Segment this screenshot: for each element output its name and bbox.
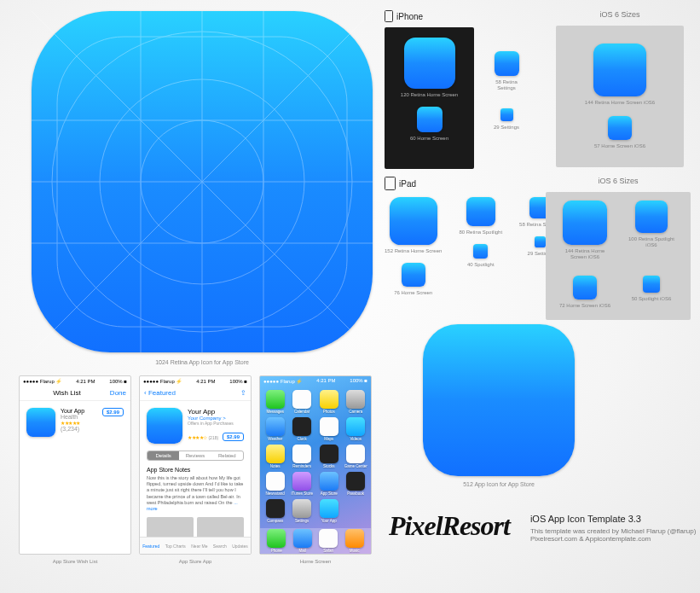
app-icon <box>292 445 311 463</box>
segment-reviews[interactable]: Reviews <box>179 451 211 460</box>
home-app-reminders[interactable]: Reminders <box>291 445 315 468</box>
template-author: This template was created by Michael Fla… <box>530 527 696 535</box>
app-icon <box>320 445 338 463</box>
battery: 100% ■ <box>350 378 367 383</box>
homescreen-caption: Home Screen <box>259 559 372 564</box>
app-icon <box>266 445 285 463</box>
home-app-maps[interactable]: Maps <box>317 417 341 441</box>
homescreen-phone: ●●●●● Flarup ⚡ 4:21 PM 100% ■ MessagesCa… <box>259 375 372 555</box>
appstore-app-name: Your App <box>188 408 244 416</box>
segment-control[interactable]: Details Reviews Related <box>147 451 244 461</box>
app-label: Your App <box>321 519 337 523</box>
appstore-stars: ★★★★☆ <box>188 435 207 440</box>
template-title: iOS App Icon Template 3.3 <box>530 514 696 524</box>
dock-app-phone[interactable]: Phone <box>267 529 286 553</box>
ios6-ipad-section: iOS 6 Sizes 144 Retina Home Screen iOS6 … <box>546 177 691 320</box>
app-icon-120 <box>404 38 455 89</box>
appstore-price-button[interactable]: $2.99 <box>223 433 244 441</box>
app-icon-40 <box>473 244 488 259</box>
home-app-messages[interactable]: Messages <box>263 390 287 414</box>
appstore-caption: App Store App <box>139 559 252 564</box>
caption-29: 29 Settings <box>494 125 519 131</box>
app-icon-57-ios6 <box>608 116 632 140</box>
app-icon-58 <box>495 51 519 76</box>
app-label: Camera <box>349 410 362 414</box>
home-app-stocks[interactable]: Stocks <box>317 445 341 468</box>
iphone-settings-col: 58 Retina Settings 29 Settings <box>486 27 527 131</box>
caption-58: 58 Retina Settings <box>486 79 527 91</box>
home-app-compass[interactable]: Compass <box>263 499 287 523</box>
app-icon <box>346 390 365 409</box>
home-app-weather[interactable]: Weather <box>263 417 287 441</box>
wishlist-row[interactable]: Your App Health ★★★★★ (3,234) $2.99 <box>20 401 130 444</box>
home-app-calendar[interactable]: Calendar <box>291 390 315 414</box>
app-label: Newsstand <box>266 491 285 496</box>
carrier: ●●●●● Flarup ⚡ <box>23 378 61 384</box>
app-icon <box>267 529 286 548</box>
home-app-photos[interactable]: Photos <box>317 390 341 414</box>
battery: 100% ■ <box>229 379 247 384</box>
segment-related[interactable]: Related <box>211 451 243 460</box>
app-icon <box>292 417 311 436</box>
app-icon <box>293 529 312 548</box>
battery: 100% ■ <box>109 379 127 384</box>
home-app-newsstand[interactable]: Newsstand <box>263 472 287 496</box>
appstore-tabbar: Featured Top Charts Near Me Search Updat… <box>140 537 251 554</box>
app-label: Videos <box>350 437 362 441</box>
carrier: ●●●●● Flarup ⚡ <box>143 378 182 384</box>
iphone-heading: iPhone <box>385 10 527 22</box>
tab-nearme[interactable]: Near Me <box>191 544 207 549</box>
homescreen-mockup-group: ●●●●● Flarup ⚡ 4:21 PM 100% ■ MessagesCa… <box>259 375 372 564</box>
wishlist-caption: App Store Wish List <box>19 559 131 564</box>
caption-144-ios6: 144 Retina Home Screen iOS6 <box>585 100 655 106</box>
back-featured-button[interactable]: ‹ Featured <box>144 389 176 397</box>
app-icon-50-ios6 <box>643 276 660 293</box>
appstore-notes: App Store Notes Now this is the story al… <box>147 466 244 512</box>
caption-512: 512 App Icon for App Store <box>423 481 575 488</box>
tab-featured[interactable]: Featured <box>142 544 159 549</box>
tab-topcharts[interactable]: Top Charts <box>165 544 186 549</box>
home-app-grid: MessagesCalendarPhotosCameraWeatherClock… <box>260 385 371 528</box>
home-app-app-store[interactable]: App Store <box>317 472 341 496</box>
home-app-itunes-store[interactable]: iTunes Store <box>291 472 315 496</box>
app-icon-80 <box>466 197 495 226</box>
home-app-camera[interactable]: Camera <box>344 390 368 414</box>
app-icon-152 <box>390 197 437 245</box>
home-app-videos[interactable]: Videos <box>344 417 368 441</box>
home-app-clock[interactable]: Clock <box>291 417 315 441</box>
segment-details[interactable]: Details <box>148 451 179 460</box>
icon-grid-overlay <box>32 11 373 352</box>
app-label: Clock <box>298 437 307 441</box>
app-icon <box>266 499 285 518</box>
home-app-settings[interactable]: Settings <box>291 499 315 523</box>
share-button[interactable]: ⇪ <box>240 389 246 397</box>
status-bar: ●●●●● Flarup ⚡ 4:21 PM 100% ■ <box>260 376 371 385</box>
tab-updates[interactable]: Updates <box>232 544 248 549</box>
caption-72: 72 Home Screen iOS6 <box>559 303 610 309</box>
app-icon-512 <box>423 324 575 476</box>
wishlist-price-button[interactable]: $2.99 <box>102 408 124 416</box>
tab-search[interactable]: Search <box>213 544 227 549</box>
caption-144-ipad: 144 Retina Home Screen iOS6 <box>558 248 612 260</box>
clock: 4:21 PM <box>76 379 95 384</box>
dock-app-mail[interactable]: Mail <box>293 529 312 553</box>
app-icon-29-ipad <box>535 236 546 247</box>
home-app-notes[interactable]: Notes <box>263 445 287 468</box>
app-icon-144-ios6 <box>593 44 646 96</box>
app-label: Passbook <box>347 491 364 496</box>
home-app-passbook[interactable]: Passbook <box>344 472 368 496</box>
home-app-your-app[interactable]: Your App <box>317 499 341 523</box>
wishlist-mockup-group: ●●●●● Flarup ⚡ 4:21 PM 100% ■ Wish List … <box>19 375 131 564</box>
appstore-app-icon <box>147 408 182 444</box>
dock-app-music[interactable]: Music <box>345 529 364 553</box>
template-links: Pixelresort.com & Appicontemplate.com <box>530 535 696 543</box>
dock-app-safari[interactable]: Safari <box>319 529 338 553</box>
app-icon <box>266 390 285 409</box>
app-icon <box>319 529 338 548</box>
appstore-rating-count: (218) <box>208 435 218 440</box>
app-icon <box>292 472 311 491</box>
status-bar: ●●●●● Flarup ⚡ 4:21 PM 100% ■ <box>20 376 130 386</box>
done-button[interactable]: Done <box>110 389 126 397</box>
app-icon <box>346 445 365 463</box>
home-app-game-center[interactable]: Game Center <box>344 445 368 468</box>
